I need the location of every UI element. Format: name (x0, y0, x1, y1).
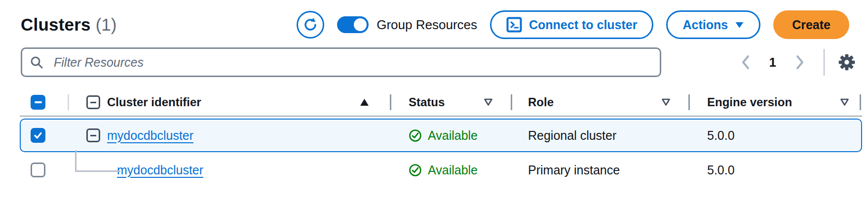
cluster-identifier-cell: mydocdbcluster (107, 120, 390, 151)
preferences-button[interactable] (834, 49, 859, 75)
sort-ascending-icon[interactable] (360, 98, 369, 106)
page-title: Clusters (21, 15, 91, 35)
instance-identifier-cell: mydocdbcluster (107, 154, 390, 186)
group-resources-label: Group Resources (377, 17, 477, 33)
create-button[interactable]: Create (773, 10, 849, 39)
row-checkbox-unchecked[interactable] (31, 163, 45, 177)
actions-label: Actions (682, 18, 728, 32)
chevron-left-icon (740, 54, 751, 71)
cluster-count: (1) (96, 15, 117, 35)
row-select-cell (21, 154, 68, 186)
header-actions: Group Resources Connect to cluster Actio… (297, 10, 849, 39)
refresh-icon (303, 17, 318, 32)
column-header-cluster-identifier[interactable]: Cluster identifier (107, 89, 390, 116)
row-checkbox-checked[interactable] (31, 128, 45, 143)
table-row-instance[interactable]: mydocdbcluster Available Primary instanc… (20, 153, 862, 187)
collapse-minus-icon (90, 102, 96, 103)
status-cell: Available (390, 120, 511, 151)
check-circle-icon (409, 164, 422, 177)
indeterminate-checkbox-icon (35, 101, 42, 103)
row-expand-cell (68, 120, 107, 151)
column-label: Role (528, 95, 554, 109)
sortable-down-icon[interactable] (484, 98, 493, 106)
engine-version-text: 5.0.0 (707, 128, 735, 143)
pagination: 1 (735, 49, 859, 76)
row-select-cell (21, 120, 68, 151)
create-label: Create (792, 18, 830, 32)
gear-icon (838, 53, 856, 71)
collapse-minus-icon (90, 135, 96, 136)
pagination-previous-button[interactable] (735, 49, 756, 75)
filter-bar: 1 (0, 45, 868, 77)
status-cell: Available (390, 154, 511, 186)
terminal-icon (506, 17, 522, 33)
pagination-divider (824, 49, 825, 76)
engine-version-text: 5.0.0 (707, 163, 735, 177)
row-expand-cell (68, 154, 107, 186)
sortable-down-icon[interactable] (661, 98, 671, 106)
table-header-row: Cluster identifier Status Role Engine ve… (20, 89, 862, 117)
sortable-down-icon[interactable] (840, 98, 849, 106)
filter-input[interactable] (21, 47, 661, 77)
header-cell-expand (68, 89, 107, 116)
group-resources-control: Group Resources (337, 16, 477, 33)
column-header-engine-version[interactable]: Engine version (688, 89, 861, 116)
header-cell-select (21, 89, 68, 116)
role-cell: Primary instance (511, 154, 688, 186)
column-header-role[interactable]: Role (511, 89, 688, 116)
actions-button[interactable]: Actions (666, 10, 760, 39)
column-label: Engine version (707, 95, 792, 109)
pagination-current-page: 1 (769, 55, 776, 70)
clusters-page: Clusters (1) Group Resources (0, 0, 868, 207)
column-label: Status (409, 95, 445, 109)
toggle-knob (354, 18, 367, 31)
check-circle-icon (409, 129, 422, 142)
role-cell: Regional cluster (511, 120, 688, 151)
role-text: Regional cluster (528, 128, 616, 143)
cluster-link[interactable]: mydocdbcluster (107, 128, 193, 143)
table-row-cluster[interactable]: mydocdbcluster Available Regional cluste… (20, 119, 862, 152)
engine-version-cell: 5.0.0 (688, 154, 861, 186)
column-header-status[interactable]: Status (390, 89, 511, 116)
group-resources-toggle[interactable] (337, 16, 369, 33)
filter-field (21, 47, 661, 77)
caret-down-icon (735, 21, 744, 29)
instance-link[interactable]: mydocdbcluster (117, 163, 203, 177)
refresh-button[interactable] (297, 11, 324, 39)
status-badge: Available (409, 163, 478, 177)
role-text: Primary instance (528, 163, 620, 177)
pagination-next-button[interactable] (789, 49, 811, 75)
chevron-right-icon (794, 54, 805, 71)
page-header: Clusters (1) Group Resources (0, 0, 868, 45)
column-label: Cluster identifier (107, 95, 201, 109)
status-text: Available (428, 163, 478, 177)
collapse-row-icon[interactable] (86, 128, 100, 142)
connect-to-cluster-label: Connect to cluster (529, 18, 637, 32)
status-badge: Available (409, 128, 478, 143)
clusters-table: Cluster identifier Status Role Engine ve… (0, 89, 868, 187)
collapse-all-icon[interactable] (86, 95, 100, 109)
engine-version-cell: 5.0.0 (688, 120, 861, 151)
connect-to-cluster-button[interactable]: Connect to cluster (490, 10, 653, 39)
status-text: Available (428, 128, 478, 143)
select-all-checkbox[interactable] (31, 95, 45, 110)
